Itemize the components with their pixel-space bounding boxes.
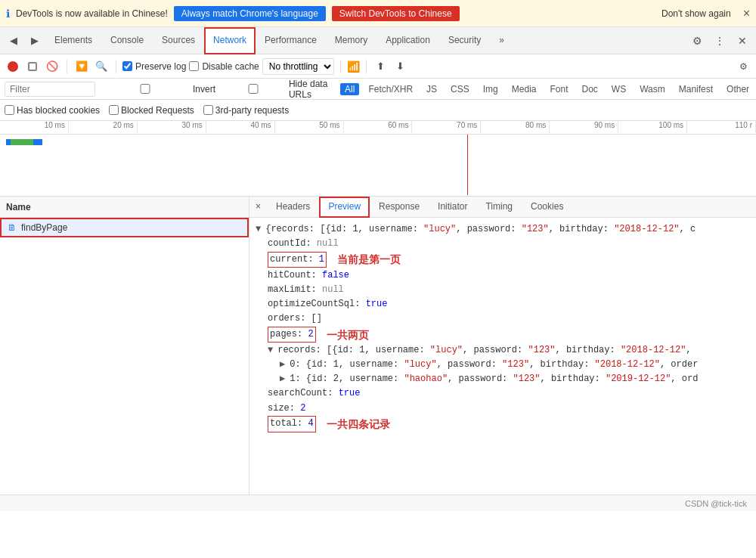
info-bar: ℹ DevTools is now available in Chinese! …: [0, 0, 756, 27]
filter-type-wasm[interactable]: Wasm: [635, 83, 670, 95]
tab-initiator[interactable]: Initiator: [429, 197, 476, 218]
search-icon[interactable]: 🔍: [93, 58, 110, 75]
tab-application[interactable]: Application: [376, 27, 439, 54]
expand-record-1-arrow[interactable]: ▶: [280, 372, 285, 386]
tab-timing[interactable]: Timing: [476, 197, 522, 218]
filter-type-other[interactable]: Other: [722, 83, 754, 95]
right-panel-content: ▼ {records: [{id: 1, username: "lucy", p…: [249, 218, 756, 437]
right-panel-tabs: × Headers Preview Response Initiator Tim…: [249, 197, 756, 218]
filter-input[interactable]: [5, 82, 95, 97]
tab-response[interactable]: Response: [370, 197, 429, 218]
more-options-icon[interactable]: ⋮: [709, 30, 730, 51]
expand-root-arrow[interactable]: ▼: [256, 222, 261, 237]
json-searchcount-key: searchCount: true: [268, 386, 360, 401]
filter-type-css[interactable]: CSS: [446, 83, 474, 95]
close-detail-button[interactable]: ×: [249, 197, 267, 218]
infobar-close-button[interactable]: ×: [743, 7, 750, 20]
timeline-red-line: [467, 135, 468, 195]
json-records-1-line: ▶ 1: {id: 2, username: "haohao", passwor…: [256, 372, 750, 386]
footer: CSDN @tick-tick: [0, 494, 756, 511]
blocked-requests-checkbox[interactable]: [109, 105, 119, 115]
expand-record-0-arrow[interactable]: ▶: [280, 358, 285, 372]
json-total-key: total: 4: [270, 418, 314, 429]
close-devtools-button[interactable]: ✕: [732, 30, 753, 51]
filter-type-manifest[interactable]: Manifest: [674, 83, 717, 95]
tab-network[interactable]: Network: [204, 27, 256, 54]
settings-icon[interactable]: ⚙: [686, 30, 708, 51]
tab-bar-right: ⚙ ⋮ ✕: [686, 30, 753, 51]
tick-90ms: 90 ms: [550, 121, 618, 134]
tab-preview[interactable]: Preview: [319, 197, 370, 218]
info-text: DevTools is now available in Chinese!: [16, 8, 168, 19]
annotation-pages: 一共两页: [327, 327, 369, 343]
network-settings-icon[interactable]: ⚙: [735, 58, 751, 75]
nav-back-icon[interactable]: ◀: [3, 30, 24, 51]
has-blocked-cookies-label[interactable]: Has blocked cookies: [5, 105, 100, 116]
blocked-requests-label[interactable]: Blocked Requests: [109, 105, 194, 116]
json-total-line: total: 4 一共四条记录: [256, 416, 750, 432]
stop-recording-button[interactable]: [24, 58, 41, 75]
cookies-bar: Has blocked cookies Blocked Requests 3rd…: [0, 100, 756, 121]
tick-20ms: 20 ms: [69, 121, 138, 134]
right-panel: × Headers Preview Response Initiator Tim…: [249, 197, 756, 494]
tab-console[interactable]: Console: [101, 27, 153, 54]
json-countid-key: countId: null: [268, 237, 339, 251]
record-button[interactable]: [5, 58, 21, 75]
disable-cache-checkbox[interactable]: [189, 61, 199, 71]
switch-language-button[interactable]: Switch DevTools to Chinese: [332, 6, 460, 21]
nav-forward-icon[interactable]: ▶: [24, 30, 45, 51]
filter-type-ws[interactable]: WS: [607, 83, 631, 95]
info-icon: ℹ: [6, 8, 10, 20]
json-records-0-line: ▶ 0: {id: 1, username: "lucy", password:…: [256, 358, 750, 372]
tab-memory[interactable]: Memory: [326, 27, 376, 54]
throttle-select[interactable]: No throttling Fast 3G Slow 3G: [262, 58, 334, 75]
has-blocked-cookies-checkbox[interactable]: [5, 105, 14, 115]
import-har-button[interactable]: ⬆: [373, 58, 389, 75]
hide-data-urls-checkbox[interactable]: [220, 84, 287, 94]
filter-icon[interactable]: 🔽: [73, 58, 90, 75]
left-panel-header: Name: [0, 197, 249, 218]
third-party-label[interactable]: 3rd-party requests: [203, 105, 289, 116]
json-current-line: current: 1 当前是第一页: [256, 251, 750, 268]
invert-checkbox[interactable]: [100, 84, 191, 94]
tab-cookies[interactable]: Cookies: [522, 197, 572, 218]
export-har-button[interactable]: ⬇: [392, 58, 409, 75]
invert-label[interactable]: Invert: [100, 84, 215, 95]
toolbar: 🚫 🔽 🔍 Preserve log Disable cache No thro…: [0, 54, 756, 79]
json-records-key: records: [{id: 1, username: "lucy", pass…: [277, 343, 691, 358]
match-language-button[interactable]: Always match Chrome's language: [174, 6, 326, 21]
tab-sources[interactable]: Sources: [153, 27, 204, 54]
preserve-log-checkbox[interactable]: [122, 61, 132, 71]
json-current-highlighted: current: 1: [268, 252, 327, 268]
preserve-log-label[interactable]: Preserve log: [122, 61, 186, 72]
divider-3: [340, 60, 341, 73]
filter-type-js[interactable]: JS: [422, 83, 442, 95]
tab-elements[interactable]: Elements: [45, 27, 101, 54]
filter-type-media[interactable]: Media: [507, 83, 541, 95]
filter-type-doc[interactable]: Doc: [577, 83, 602, 95]
dont-show-link[interactable]: Don't show again: [662, 8, 731, 19]
filter-type-font[interactable]: Font: [545, 83, 572, 95]
has-blocked-cookies-text: Has blocked cookies: [17, 105, 100, 116]
hide-data-urls-label[interactable]: Hide data URLs: [220, 79, 336, 100]
json-total-highlighted: total: 4: [268, 416, 316, 432]
expand-records-arrow[interactable]: ▼: [268, 343, 273, 358]
filter-type-fetch-xhr[interactable]: Fetch/XHR: [364, 83, 417, 95]
filter-type-all[interactable]: All: [340, 83, 359, 95]
filter-type-img[interactable]: Img: [479, 83, 503, 95]
disable-cache-label[interactable]: Disable cache: [189, 61, 259, 72]
tab-security[interactable]: Security: [439, 27, 490, 54]
clear-button[interactable]: 🚫: [44, 58, 60, 75]
json-hitcount-key: hitCount: false: [268, 268, 349, 283]
tab-more[interactable]: »: [490, 27, 513, 54]
footer-text: CSDN @tick-tick: [685, 499, 747, 508]
third-party-checkbox[interactable]: [203, 105, 213, 115]
timeline-bar-green: [11, 139, 33, 145]
tab-headers[interactable]: Headers: [267, 197, 319, 218]
json-hitcount-line: hitCount: false: [256, 268, 750, 283]
tab-performance[interactable]: Performance: [256, 27, 326, 54]
request-row-findbypage[interactable]: 🗎 findByPage: [0, 218, 249, 237]
json-current-key: current: 1: [270, 254, 324, 265]
divider-2: [116, 60, 116, 73]
tick-100ms: 100 ms: [618, 121, 687, 134]
